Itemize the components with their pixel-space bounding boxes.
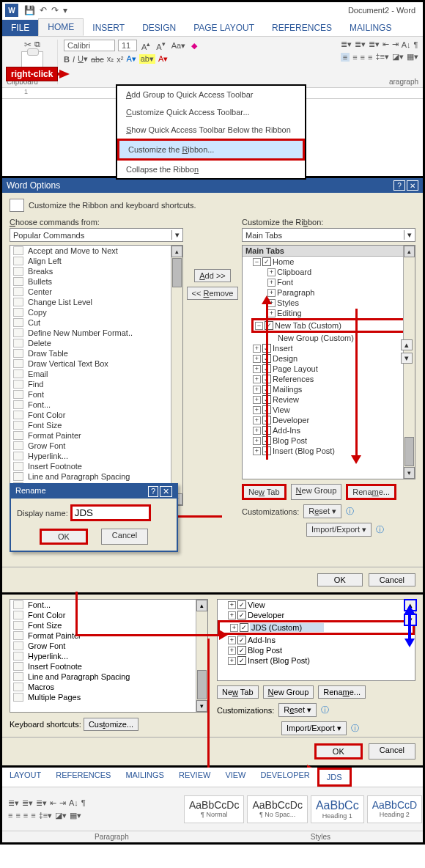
numbering-icon[interactable]: ≣▾ xyxy=(22,798,33,808)
tree-node[interactable]: +Font xyxy=(243,277,415,287)
command-item[interactable]: Cut xyxy=(10,317,182,328)
import-export-button-2[interactable]: Import/Export ▾ xyxy=(281,721,347,735)
command-item[interactable]: Change List Level xyxy=(10,297,182,307)
align-center-icon[interactable]: ≡ xyxy=(15,811,20,820)
command-item[interactable]: Grow Font xyxy=(10,441,182,451)
close-icon[interactable]: ✕ xyxy=(160,486,172,497)
command-item[interactable]: Font Color xyxy=(10,610,207,620)
scroll-up-icon[interactable]: ▴ xyxy=(404,246,415,257)
command-item[interactable]: Accept and Move to Next xyxy=(10,246,182,256)
align-right-icon[interactable]: ≡ xyxy=(23,811,28,820)
command-item[interactable]: Email xyxy=(10,369,182,379)
commands-listbox-2[interactable]: Font...Font ColorFont SizeFormat Painter… xyxy=(10,599,208,713)
command-item[interactable]: Multiple Pages xyxy=(10,692,207,702)
command-item[interactable]: Hyperlink... xyxy=(10,451,182,461)
display-name-field[interactable] xyxy=(70,504,151,521)
tree-node[interactable]: +✓Insert (Blog Post) xyxy=(243,446,415,456)
command-item[interactable]: Draw Vertical Text Box xyxy=(10,358,182,369)
command-item[interactable]: Font... xyxy=(10,400,182,410)
add-button[interactable]: Add >> xyxy=(194,269,230,282)
bullets-icon[interactable]: ≣▾ xyxy=(341,40,352,49)
new-group-button[interactable]: New Group xyxy=(291,484,342,500)
tab-design[interactable]: DESIGN xyxy=(133,20,185,36)
result-tab-jds[interactable]: JDS xyxy=(317,768,352,787)
qat-redo-icon[interactable]: ↷ xyxy=(51,5,59,15)
result-tab-developer[interactable]: DEVELOPER xyxy=(254,768,317,787)
command-item[interactable]: Insert Footnote xyxy=(10,661,207,672)
qat-dropdown-icon[interactable]: ▾ xyxy=(63,5,67,15)
new-tab-button[interactable]: New Tab xyxy=(242,484,287,500)
options-cancel-button[interactable]: Cancel xyxy=(369,573,415,586)
command-item[interactable]: Font... xyxy=(10,600,207,610)
tab-home[interactable]: HOME xyxy=(38,18,84,36)
aa-icon[interactable]: Aa▾ xyxy=(170,41,187,51)
result-tab-references[interactable]: REFERENCES xyxy=(48,768,118,787)
show-marks-icon[interactable]: ¶ xyxy=(414,40,418,49)
italic-button[interactable]: I xyxy=(73,55,75,64)
result-tab-view[interactable]: VIEW xyxy=(218,768,253,787)
line-spacing-icon[interactable]: ‡≡▾ xyxy=(39,811,53,820)
ctx-collapse[interactable]: Collapse the Ribbon xyxy=(117,161,305,178)
tree-node[interactable]: +Editing xyxy=(243,308,415,318)
remove-button[interactable]: << Remove xyxy=(187,287,239,300)
help-icon[interactable]: ? xyxy=(148,486,158,497)
justify-icon[interactable]: ≡ xyxy=(368,53,372,62)
style-item[interactable]: AaBbCcDHeading 2 xyxy=(367,795,422,823)
reset-button[interactable]: Reset ▾ xyxy=(303,504,341,518)
rename-button[interactable]: Rename... xyxy=(346,484,396,500)
tree-node[interactable]: +✓View xyxy=(218,600,415,610)
sort-icon[interactable]: A↓ xyxy=(402,40,411,49)
tab-file[interactable]: FILE xyxy=(2,20,38,36)
justify-icon[interactable]: ≡ xyxy=(31,811,35,820)
command-item[interactable]: Find xyxy=(10,379,182,389)
style-item[interactable]: AaBbCcDc¶ Normal xyxy=(184,795,244,823)
options-cancel-button-2[interactable]: Cancel xyxy=(369,743,415,760)
bullets-icon[interactable]: ≣▾ xyxy=(8,798,19,808)
tree-node[interactable]: +✓Design xyxy=(243,353,415,364)
sort-icon[interactable]: A↓ xyxy=(69,798,78,807)
options-ok-button[interactable]: OK xyxy=(317,573,363,586)
show-marks-icon[interactable]: ¶ xyxy=(81,798,86,807)
tree-node[interactable]: +✓Insert (Blog Post) xyxy=(218,655,415,666)
choose-commands-dropdown[interactable]: Popular Commands▾ xyxy=(10,228,183,242)
decrease-font-icon[interactable]: A▾ xyxy=(155,40,166,51)
shading-icon[interactable]: ◪▾ xyxy=(55,811,67,820)
scroll-thumb[interactable] xyxy=(172,258,182,287)
tree-node[interactable]: +✓Page Layout xyxy=(243,364,415,374)
tree-node[interactable]: +✓Mailings xyxy=(243,384,415,394)
increase-indent-icon[interactable]: ⇥ xyxy=(59,798,66,808)
rename-button-2[interactable]: Rename... xyxy=(318,685,366,699)
ribbon-tree-2[interactable]: +✓View+✓Developer+✓JDS (Custom)+✓Add-Ins… xyxy=(217,599,415,681)
decrease-indent-icon[interactable]: ⇤ xyxy=(382,40,389,49)
strike-button[interactable]: abc xyxy=(91,55,104,64)
command-item[interactable]: Define New Number Format.. xyxy=(10,328,182,338)
align-left-icon[interactable]: ≡ xyxy=(8,811,12,820)
command-item[interactable]: Macros xyxy=(10,682,207,692)
command-item[interactable]: Font Color xyxy=(10,410,182,420)
tab-page-layout[interactable]: PAGE LAYOUT xyxy=(185,20,263,36)
new-group-button-2[interactable]: New Group xyxy=(263,685,314,699)
command-item[interactable]: Draw Table xyxy=(10,348,182,358)
superscript-button[interactable]: x² xyxy=(117,55,123,64)
scroll-up-icon[interactable]: ▴ xyxy=(171,246,182,257)
qat-save-icon[interactable]: 💾 xyxy=(24,5,35,15)
decrease-indent-icon[interactable]: ⇤ xyxy=(50,798,56,808)
style-item[interactable]: AaBbCcHeading 1 xyxy=(311,795,364,823)
tree-node[interactable]: +✓Review xyxy=(243,394,415,405)
command-item[interactable]: Center xyxy=(10,287,182,297)
reset-button-2[interactable]: Reset ▾ xyxy=(278,703,317,717)
command-item[interactable]: Font xyxy=(10,389,182,400)
scroll-down-icon[interactable]: ▾ xyxy=(404,467,415,479)
line-spacing-icon[interactable]: ‡≡▾ xyxy=(375,52,389,62)
command-item[interactable]: Font Size xyxy=(10,420,182,430)
command-item[interactable]: Delete xyxy=(10,338,182,348)
options-ok-button-2[interactable]: OK xyxy=(314,743,363,760)
command-item[interactable]: Format Painter xyxy=(10,430,182,441)
command-item[interactable]: Line and Paragraph Spacing xyxy=(10,471,182,482)
tab-references[interactable]: REFERENCES xyxy=(263,20,341,36)
info-icon[interactable]: ⓘ xyxy=(346,506,354,517)
command-item[interactable]: Align Left xyxy=(10,256,182,266)
ctx-add-group[interactable]: Add Group to Quick Access Toolbar xyxy=(117,86,305,103)
keyboard-customize-button[interactable]: Customize... xyxy=(84,718,138,731)
align-center-icon[interactable]: ≡ xyxy=(352,53,357,62)
